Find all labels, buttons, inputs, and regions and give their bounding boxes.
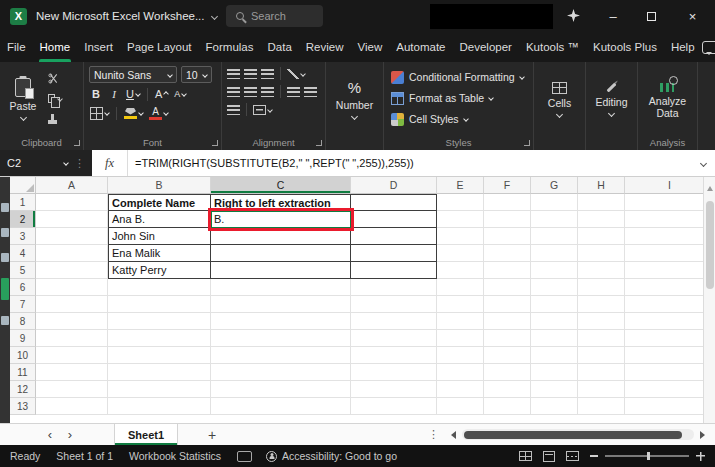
- zoom-slider[interactable]: [605, 455, 689, 457]
- tab-view[interactable]: View: [351, 32, 390, 62]
- cell-G11[interactable]: [531, 364, 578, 381]
- cell-C6[interactable]: [211, 279, 351, 296]
- row-header-4[interactable]: 4: [10, 245, 36, 262]
- cell-E4[interactable]: [437, 245, 484, 262]
- cell-F1[interactable]: [484, 194, 531, 211]
- cell-F12[interactable]: [484, 381, 531, 398]
- cell-A8[interactable]: [36, 313, 108, 330]
- cell-E6[interactable]: [437, 279, 484, 296]
- column-header-E[interactable]: E: [437, 177, 484, 194]
- cell-H7[interactable]: [578, 296, 625, 313]
- align-top-button[interactable]: [227, 66, 240, 81]
- conditional-formatting-button[interactable]: Conditional Formatting: [389, 68, 526, 86]
- cell-B10[interactable]: [108, 347, 211, 364]
- cell-I2[interactable]: [625, 211, 715, 228]
- normal-view-button[interactable]: [519, 451, 532, 461]
- font-color-button[interactable]: A: [148, 105, 169, 121]
- row-header-13[interactable]: 13: [10, 398, 36, 415]
- align-middle-button[interactable]: [244, 66, 257, 81]
- formula-input[interactable]: =TRIM(RIGHT(SUBSTITUTE(B2," ",REPT(" ",2…: [128, 150, 691, 176]
- cell-A9[interactable]: [36, 330, 108, 347]
- tab-kutools[interactable]: Kutools ™: [519, 32, 586, 62]
- status-workbook-statistics[interactable]: Workbook Statistics: [121, 450, 229, 462]
- cell-A6[interactable]: [36, 279, 108, 296]
- cell-A2[interactable]: [36, 211, 108, 228]
- cell-F7[interactable]: [484, 296, 531, 313]
- cell-D10[interactable]: [351, 347, 437, 364]
- cell-H9[interactable]: [578, 330, 625, 347]
- status-accessibility[interactable]: Accessibility: Good to go: [277, 450, 405, 462]
- cell-B6[interactable]: [108, 279, 211, 296]
- cell-D8[interactable]: [351, 313, 437, 330]
- cell-D11[interactable]: [351, 364, 437, 381]
- zoom-in-button[interactable]: [696, 452, 705, 461]
- row-header-9[interactable]: 9: [10, 330, 36, 347]
- column-header-H[interactable]: H: [578, 177, 625, 194]
- cell-F2[interactable]: [484, 211, 531, 228]
- sheet-nav-next-icon[interactable]: ›: [60, 427, 80, 442]
- cell-H4[interactable]: [578, 245, 625, 262]
- cell-H6[interactable]: [578, 279, 625, 296]
- cell-C13[interactable]: [211, 398, 351, 415]
- cell-G9[interactable]: [531, 330, 578, 347]
- cell-G10[interactable]: [531, 347, 578, 364]
- kutools-pane-icon-1[interactable]: [1, 203, 9, 212]
- cell-C11[interactable]: [211, 364, 351, 381]
- cell-I5[interactable]: [625, 262, 715, 279]
- cell-E9[interactable]: [437, 330, 484, 347]
- wrap-text-button[interactable]: [227, 102, 240, 117]
- cell-G7[interactable]: [531, 296, 578, 313]
- font-dialog-launcher-icon[interactable]: [212, 140, 218, 146]
- tab-formulas[interactable]: Formulas: [199, 32, 261, 62]
- cell-I3[interactable]: [625, 228, 715, 245]
- close-button[interactable]: ×: [670, 0, 715, 32]
- cell-I6[interactable]: [625, 279, 715, 296]
- decrease-indent-button[interactable]: [287, 84, 300, 99]
- tab-kutools-plus[interactable]: Kutools Plus: [586, 32, 664, 62]
- editing-button[interactable]: Editing: [591, 66, 632, 132]
- cell-I8[interactable]: [625, 313, 715, 330]
- cell-I9[interactable]: [625, 330, 715, 347]
- tab-file[interactable]: File: [0, 32, 33, 62]
- cell-G8[interactable]: [531, 313, 578, 330]
- row-header-6[interactable]: 6: [10, 279, 36, 296]
- add-sheet-button[interactable]: +: [208, 427, 216, 443]
- cell-D4[interactable]: [351, 245, 437, 262]
- cell-B9[interactable]: [108, 330, 211, 347]
- cell-A11[interactable]: [36, 364, 108, 381]
- cell-G2[interactable]: [531, 211, 578, 228]
- cell-A13[interactable]: [36, 398, 108, 415]
- cell-E11[interactable]: [437, 364, 484, 381]
- cell-G1[interactable]: [531, 194, 578, 211]
- zoom-slider-thumb[interactable]: [647, 452, 650, 460]
- column-header-I[interactable]: I: [625, 177, 715, 194]
- cell-C9[interactable]: [211, 330, 351, 347]
- row-header-5[interactable]: 5: [10, 262, 36, 279]
- excel-app-icon[interactable]: X: [10, 8, 27, 25]
- column-header-G[interactable]: G: [531, 177, 578, 194]
- cell-H3[interactable]: [578, 228, 625, 245]
- cell-H10[interactable]: [578, 347, 625, 364]
- cell-B4[interactable]: Ena Malik: [108, 245, 211, 262]
- column-header-C[interactable]: C: [211, 177, 351, 194]
- increase-indent-button[interactable]: [304, 84, 317, 99]
- cell-I1[interactable]: [625, 194, 715, 211]
- decrease-font-size-button[interactable]: A: [173, 86, 187, 102]
- cell-G4[interactable]: [531, 245, 578, 262]
- align-bottom-button[interactable]: [261, 66, 274, 81]
- zoom-out-button[interactable]: [590, 455, 598, 457]
- cell-F8[interactable]: [484, 313, 531, 330]
- column-header-F[interactable]: F: [484, 177, 531, 194]
- align-center-button[interactable]: [244, 84, 257, 99]
- cell-D12[interactable]: [351, 381, 437, 398]
- cell-E7[interactable]: [437, 296, 484, 313]
- cell-D7[interactable]: [351, 296, 437, 313]
- orientation-button[interactable]: [287, 66, 305, 81]
- cell-C3[interactable]: [211, 228, 351, 245]
- cell-A12[interactable]: [36, 381, 108, 398]
- kutools-pane-icon-5[interactable]: [1, 316, 9, 325]
- cell-A1[interactable]: [36, 194, 108, 211]
- cell-D3[interactable]: [351, 228, 437, 245]
- cell-F9[interactable]: [484, 330, 531, 347]
- cell-B11[interactable]: [108, 364, 211, 381]
